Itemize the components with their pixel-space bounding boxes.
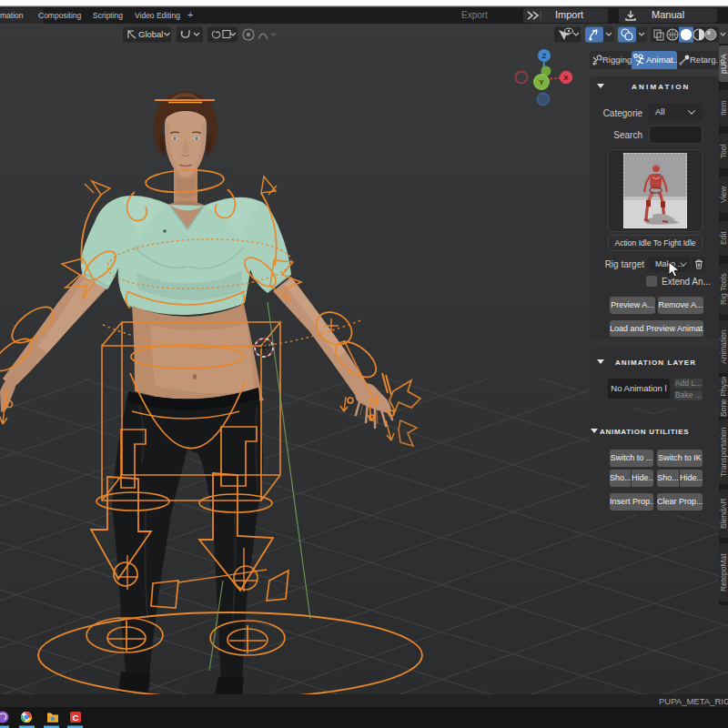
svg-text:Z: Z [542,52,547,60]
svg-text:X: X [563,74,569,82]
svg-text:Global: Global [138,29,163,39]
svg-text:C: C [73,713,79,723]
svg-text:Y: Y [539,78,544,86]
